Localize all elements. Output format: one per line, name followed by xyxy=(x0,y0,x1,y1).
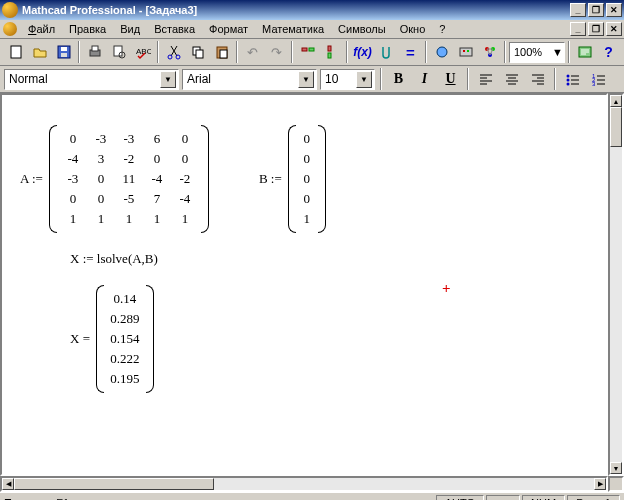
matrix-b: 00001 xyxy=(288,125,326,233)
svg-point-29 xyxy=(566,83,569,86)
equation-x-result: X = 0.140.2890.1540.2220.195 xyxy=(70,285,588,393)
svg-rect-5 xyxy=(92,46,98,51)
style-combo[interactable]: Normal▼ xyxy=(4,69,179,90)
menu-window[interactable]: Окно xyxy=(393,21,433,37)
size-combo[interactable]: 10▼ xyxy=(320,69,375,90)
standard-toolbar: ABC ↶ ↷ f(x) = 100%▼ ? xyxy=(0,39,624,66)
window-title: Mathcad Professional - [Задача3] xyxy=(22,4,568,16)
svg-rect-20 xyxy=(460,48,472,56)
open-button[interactable] xyxy=(28,41,51,63)
svg-rect-0 xyxy=(11,46,21,58)
format-toolbar: Normal▼ Arial▼ 10▼ B I U 123 xyxy=(0,66,624,93)
svg-rect-15 xyxy=(302,48,307,51)
menu-format[interactable]: Формат xyxy=(202,21,255,37)
underline-button[interactable]: U xyxy=(439,68,462,90)
svg-rect-18 xyxy=(328,53,331,58)
close-button[interactable]: ✕ xyxy=(606,3,622,17)
mdi-restore-button[interactable]: ❐ xyxy=(588,22,604,36)
x-label: X = xyxy=(70,331,90,347)
numbering-button[interactable]: 123 xyxy=(587,68,610,90)
svg-point-10 xyxy=(176,55,180,59)
minimize-button[interactable]: _ xyxy=(570,3,586,17)
calculate-button[interactable]: = xyxy=(399,41,422,63)
component-button[interactable] xyxy=(454,41,477,63)
horizontal-scrollbar[interactable]: ◀ ▶ xyxy=(0,476,608,492)
bullets-button[interactable] xyxy=(561,68,584,90)
hyperlink-icon[interactable] xyxy=(430,41,453,63)
svg-point-19 xyxy=(437,47,447,57)
print-button[interactable] xyxy=(83,41,106,63)
svg-point-9 xyxy=(168,55,172,59)
b-label: B := xyxy=(259,171,282,187)
menu-file[interactable]: Файл xyxy=(21,21,62,37)
svg-rect-21 xyxy=(463,50,465,52)
svg-rect-12 xyxy=(196,50,203,58)
doc-icon xyxy=(3,22,17,36)
crosshair-cursor: + xyxy=(442,280,451,297)
maximize-button[interactable]: ❐ xyxy=(588,3,604,17)
matrix-a: 0-3-360-43-200-3011-4-200-57-411111 xyxy=(49,125,209,233)
units-button[interactable] xyxy=(375,41,398,63)
mdi-minimize-button[interactable]: _ xyxy=(570,22,586,36)
menu-insert[interactable]: Вставка xyxy=(147,21,202,37)
svg-rect-6 xyxy=(114,46,122,56)
status-num: NUM xyxy=(522,495,565,501)
font-combo[interactable]: Arial▼ xyxy=(182,69,317,90)
document-area[interactable]: A := 0-3-360-43-200-3011-4-200-57-411111… xyxy=(0,93,608,476)
equation-x-def: X := lsolve(A,B) xyxy=(70,251,588,267)
vertical-scrollbar[interactable]: ▲ ▼ xyxy=(608,93,624,476)
menu-symbols[interactable]: Символы xyxy=(331,21,393,37)
save-button[interactable] xyxy=(52,41,75,63)
italic-button[interactable]: I xyxy=(413,68,436,90)
align-right-button[interactable] xyxy=(526,68,549,90)
cut-button[interactable] xyxy=(162,41,185,63)
paste-button[interactable] xyxy=(210,41,233,63)
print-preview-button[interactable] xyxy=(107,41,130,63)
app-icon xyxy=(2,2,18,18)
svg-text:3: 3 xyxy=(592,81,596,87)
resource-button[interactable] xyxy=(573,41,596,63)
svg-point-27 xyxy=(566,75,569,78)
status-page: Page 1 xyxy=(567,495,620,501)
menu-bar: Файл Правка Вид Вставка Формат Математик… xyxy=(0,20,624,39)
svg-rect-22 xyxy=(467,50,469,52)
fx-button[interactable]: f(x) xyxy=(351,41,374,63)
copy-button[interactable] xyxy=(186,41,209,63)
svg-rect-16 xyxy=(309,48,314,51)
svg-point-28 xyxy=(566,79,569,82)
status-help: Помощь - F1 xyxy=(4,497,69,501)
run-button[interactable] xyxy=(478,41,501,63)
align-v-button[interactable] xyxy=(320,41,343,63)
undo-button[interactable]: ↶ xyxy=(241,41,264,63)
svg-rect-3 xyxy=(61,47,67,51)
svg-rect-14 xyxy=(220,50,227,58)
help-button[interactable]: ? xyxy=(597,41,620,63)
menu-view[interactable]: Вид xyxy=(113,21,147,37)
align-center-button[interactable] xyxy=(500,68,523,90)
spellcheck-button[interactable]: ABC xyxy=(131,41,154,63)
menu-help[interactable]: ? xyxy=(432,21,452,37)
svg-rect-2 xyxy=(61,53,67,57)
workspace: A := 0-3-360-43-200-3011-4-200-57-411111… xyxy=(0,93,624,476)
bold-button[interactable]: B xyxy=(387,68,410,90)
equation-a-b: A := 0-3-360-43-200-3011-4-200-57-411111… xyxy=(20,125,588,233)
status-bar: Помощь - F1 . AUTO NUM Page 1 xyxy=(0,492,624,500)
menu-edit[interactable]: Правка xyxy=(62,21,113,37)
svg-rect-17 xyxy=(328,46,331,51)
title-bar: Mathcad Professional - [Задача3] _ ❐ ✕ xyxy=(0,0,624,20)
menu-math[interactable]: Математика xyxy=(255,21,331,37)
status-auto: AUTO xyxy=(436,495,484,501)
matrix-x: 0.140.2890.1540.2220.195 xyxy=(96,285,154,393)
zoom-combo[interactable]: 100%▼ xyxy=(509,42,565,63)
mdi-close-button[interactable]: ✕ xyxy=(606,22,622,36)
align-left-button[interactable] xyxy=(474,68,497,90)
redo-button[interactable]: ↷ xyxy=(265,41,288,63)
new-button[interactable] xyxy=(4,41,27,63)
a-label: A := xyxy=(20,171,43,187)
align-button[interactable] xyxy=(296,41,319,63)
